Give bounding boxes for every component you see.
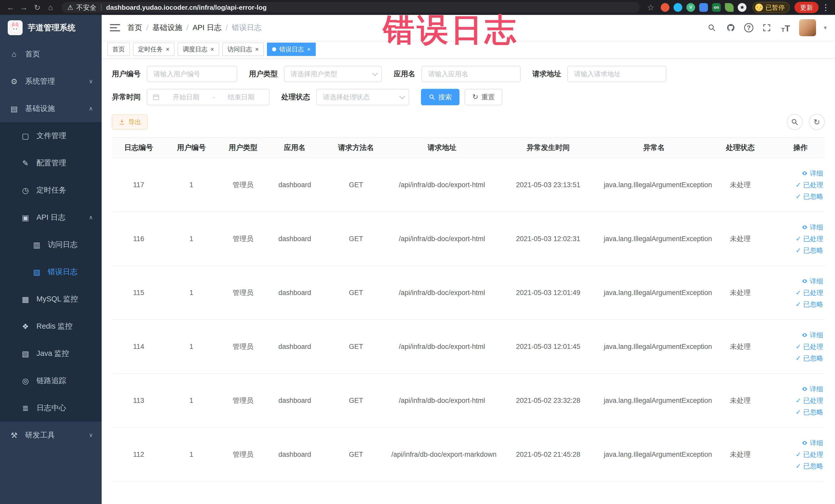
detail-link[interactable]: 详细: [802, 385, 823, 394]
extension-icon[interactable]: [674, 3, 682, 12]
close-icon[interactable]: ×: [255, 46, 259, 53]
chevron-down-icon[interactable]: ▾: [824, 24, 827, 31]
sidebar-item[interactable]: ◎链路追踪: [0, 367, 102, 395]
action-label: 详细: [810, 223, 823, 232]
detail-link[interactable]: 详细: [802, 331, 823, 340]
mark-ignored-link[interactable]: ✓已忽略: [795, 192, 823, 201]
breadcrumb: 首页/基础设施/API 日志/错误日志: [127, 23, 262, 33]
fullscreen-icon[interactable]: [761, 22, 772, 33]
extension-icon[interactable]: ✱: [738, 3, 747, 12]
back-icon[interactable]: ←: [5, 2, 16, 13]
breadcrumb-item[interactable]: API 日志: [192, 23, 222, 33]
extension-icon[interactable]: V: [686, 3, 695, 12]
sidebar-item[interactable]: ▢文件管理: [0, 122, 102, 149]
mark-ignored-link[interactable]: ✓已忽略: [795, 354, 823, 363]
mark-ignored-link[interactable]: ✓已忽略: [795, 300, 823, 309]
table-cell-app: dashboard: [269, 212, 321, 266]
mark-ignored-link[interactable]: ✓已忽略: [795, 246, 823, 255]
address-bar[interactable]: ⚠ 不安全 dashboard.yudao.iocoder.cn/infra/l…: [62, 2, 640, 13]
sidebar-item-label: API 日志: [37, 212, 65, 223]
start-date-input[interactable]: 开始日期: [163, 93, 209, 102]
sidebar-item[interactable]: ❖Redis 监控: [0, 313, 102, 340]
search-icon[interactable]: [706, 22, 717, 33]
action-label: 已处理: [803, 342, 823, 351]
user-type-select[interactable]: 请选择用户类型: [284, 66, 382, 82]
tag-view[interactable]: 调度日志×: [178, 43, 219, 56]
sidebar-item[interactable]: ◷定时任务: [0, 177, 102, 204]
date-range-picker[interactable]: 开始日期 - 结束日期: [147, 89, 269, 105]
table-cell-user-type: 管理员: [218, 427, 269, 481]
tag-view[interactable]: 访问日志×: [222, 43, 264, 56]
forward-icon[interactable]: →: [18, 2, 30, 13]
update-button[interactable]: 更新: [794, 2, 819, 13]
sidebar-item[interactable]: ▥访问日志: [0, 231, 102, 258]
tag-view[interactable]: 定时任务×: [133, 43, 175, 56]
mark-processed-link[interactable]: ✓已处理: [795, 342, 823, 351]
mark-ignored-link[interactable]: ✓已忽略: [795, 462, 823, 471]
home-icon[interactable]: ⌂: [45, 2, 57, 13]
table-cell-id: 117: [112, 158, 165, 212]
sidebar-item[interactable]: ⚙系统管理∨: [0, 68, 102, 95]
reload-icon[interactable]: ↻: [31, 2, 43, 13]
extension-icon[interactable]: on: [712, 3, 721, 12]
help-icon[interactable]: ?: [744, 23, 753, 32]
mark-ignored-link[interactable]: ✓已忽略: [795, 408, 823, 417]
status-select[interactable]: 请选择处理状态: [316, 89, 409, 105]
user-id-input[interactable]: [147, 66, 237, 82]
mark-processed-link[interactable]: ✓已处理: [795, 235, 823, 243]
extension-icon[interactable]: [699, 3, 708, 12]
detail-link[interactable]: 详细: [802, 277, 823, 286]
export-button[interactable]: 导出: [112, 114, 148, 130]
reset-button[interactable]: ↻ 重置: [465, 89, 502, 105]
profile-chip[interactable]: 已暂停: [753, 2, 790, 13]
check-icon: ✓: [795, 235, 801, 243]
table-row: 1141管理员dashboardGET/api/infra/db-doc/exp…: [112, 320, 825, 374]
detail-link[interactable]: 详细: [802, 223, 823, 232]
user-avatar[interactable]: [799, 19, 816, 36]
tag-view[interactable]: 错误日志×: [267, 43, 316, 56]
mark-processed-link[interactable]: ✓已处理: [795, 450, 823, 459]
sidebar-item[interactable]: ≣日志中心: [0, 395, 102, 422]
breadcrumb-item[interactable]: 首页: [127, 23, 142, 33]
sidebar-item[interactable]: ▦MySQL 监控: [0, 285, 102, 313]
sidebar-item[interactable]: ▧Java 监控: [0, 340, 102, 367]
sidebar-item[interactable]: ⚒研发工具∨: [0, 422, 102, 449]
breadcrumb-item[interactable]: 基础设施: [152, 23, 182, 33]
hamburger-icon[interactable]: [110, 24, 120, 31]
github-icon[interactable]: [725, 22, 736, 33]
sidebar-item[interactable]: ▣API 日志∧: [0, 204, 102, 231]
app-logo-row[interactable]: 芋道管理系统: [0, 15, 102, 41]
check-icon: ✓: [795, 450, 801, 459]
mark-processed-link[interactable]: ✓已处理: [795, 396, 823, 405]
export-button-label: 导出: [128, 118, 141, 126]
sidebar: 芋道管理系统 ⌂首页⚙系统管理∨▤基础设施∧▢文件管理✎配置管理◷定时任务▣AP…: [0, 15, 102, 504]
user-type-placeholder: 请选择用户类型: [290, 69, 368, 79]
close-icon[interactable]: ×: [166, 46, 169, 53]
search-toggle-button[interactable]: [787, 114, 803, 130]
detail-link[interactable]: 详细: [802, 439, 823, 447]
mark-processed-link[interactable]: ✓已处理: [795, 181, 823, 189]
file-icon: ▢: [20, 132, 31, 140]
refresh-button[interactable]: ↻: [809, 114, 825, 130]
sidebar-item[interactable]: ✎配置管理: [0, 149, 102, 177]
bookmark-star-icon[interactable]: ☆: [645, 2, 657, 13]
close-icon[interactable]: ×: [307, 46, 311, 53]
detail-link[interactable]: 详细: [802, 169, 823, 178]
request-url-input[interactable]: [567, 66, 666, 82]
app-name-input[interactable]: [422, 66, 521, 82]
browser-menu-kebab-icon[interactable]: ⋮: [821, 3, 830, 12]
tag-view[interactable]: 首页: [107, 43, 130, 56]
font-size-icon[interactable]: TT: [780, 22, 791, 33]
mark-processed-link[interactable]: ✓已处理: [795, 288, 823, 297]
close-icon[interactable]: ×: [210, 46, 214, 53]
end-date-input[interactable]: 结束日期: [218, 93, 264, 102]
extension-icon[interactable]: [661, 3, 669, 12]
search-button[interactable]: 搜索: [421, 89, 460, 105]
extension-icon[interactable]: [725, 3, 734, 12]
calendar-icon: [152, 94, 160, 101]
chevron-up-icon: ∧: [89, 105, 93, 112]
sidebar-item[interactable]: ▤基础设施∧: [0, 95, 102, 122]
api-log-icon: ▣: [20, 213, 31, 222]
sidebar-item[interactable]: ▨错误日志: [0, 258, 102, 285]
sidebar-item[interactable]: ⌂首页: [0, 41, 102, 68]
